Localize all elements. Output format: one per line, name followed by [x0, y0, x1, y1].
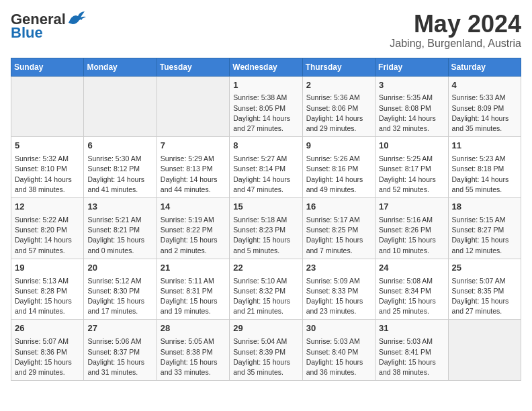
day-number: 8 — [233, 140, 298, 152]
day-number: 15 — [233, 201, 298, 214]
day-info: Sunrise: 5:27 AM Sunset: 8:14 PM Dayligh… — [233, 154, 298, 195]
calendar-cell — [157, 76, 229, 137]
day-info: Sunrise: 5:11 AM Sunset: 8:31 PM Dayligh… — [161, 276, 226, 317]
day-number: 31 — [379, 322, 444, 335]
calendar-cell: 19Sunrise: 5:13 AM Sunset: 8:28 PM Dayli… — [11, 259, 84, 320]
day-number: 17 — [379, 201, 444, 214]
calendar-cell: 21Sunrise: 5:11 AM Sunset: 8:31 PM Dayli… — [157, 259, 229, 320]
day-info: Sunrise: 5:36 AM Sunset: 8:06 PM Dayligh… — [306, 93, 371, 134]
day-number: 28 — [161, 322, 226, 335]
calendar-cell: 10Sunrise: 5:25 AM Sunset: 8:17 PM Dayli… — [375, 137, 448, 198]
day-info: Sunrise: 5:23 AM Sunset: 8:18 PM Dayligh… — [452, 154, 517, 195]
calendar-cell — [84, 76, 157, 137]
day-info: Sunrise: 5:21 AM Sunset: 8:21 PM Dayligh… — [87, 215, 152, 256]
calendar-cell: 26Sunrise: 5:07 AM Sunset: 8:36 PM Dayli… — [11, 320, 84, 381]
calendar-cell: 28Sunrise: 5:05 AM Sunset: 8:38 PM Dayli… — [157, 320, 229, 381]
weekday-header-row: SundayMondayTuesdayWednesdayThursdayFrid… — [11, 58, 521, 76]
calendar-week-row: 5Sunrise: 5:32 AM Sunset: 8:10 PM Daylig… — [11, 137, 521, 198]
weekday-header-wednesday: Wednesday — [230, 58, 302, 76]
weekday-header-friday: Friday — [375, 58, 448, 76]
calendar-cell: 15Sunrise: 5:18 AM Sunset: 8:23 PM Dayli… — [230, 198, 302, 259]
calendar-week-row: 19Sunrise: 5:13 AM Sunset: 8:28 PM Dayli… — [11, 259, 521, 320]
calendar-cell: 12Sunrise: 5:22 AM Sunset: 8:20 PM Dayli… — [11, 198, 84, 259]
weekday-header-monday: Monday — [84, 58, 157, 76]
day-info: Sunrise: 5:15 AM Sunset: 8:27 PM Dayligh… — [452, 215, 517, 256]
day-info: Sunrise: 5:07 AM Sunset: 8:36 PM Dayligh… — [15, 336, 80, 377]
weekday-header-sunday: Sunday — [11, 58, 84, 76]
calendar-cell: 2Sunrise: 5:36 AM Sunset: 8:06 PM Daylig… — [302, 76, 375, 137]
calendar-cell: 14Sunrise: 5:19 AM Sunset: 8:22 PM Dayli… — [157, 198, 229, 259]
day-number: 2 — [306, 79, 371, 92]
month-title: May 2024 — [390, 11, 521, 38]
day-number: 21 — [161, 262, 226, 275]
day-number: 9 — [306, 140, 371, 152]
calendar-week-row: 12Sunrise: 5:22 AM Sunset: 8:20 PM Dayli… — [11, 198, 521, 259]
day-number: 6 — [87, 140, 152, 152]
day-number: 22 — [233, 262, 298, 275]
day-number: 20 — [87, 262, 152, 275]
day-info: Sunrise: 5:30 AM Sunset: 8:12 PM Dayligh… — [87, 154, 152, 195]
day-info: Sunrise: 5:29 AM Sunset: 8:13 PM Dayligh… — [161, 154, 226, 195]
day-info: Sunrise: 5:38 AM Sunset: 8:05 PM Dayligh… — [233, 93, 298, 134]
calendar-cell: 16Sunrise: 5:17 AM Sunset: 8:25 PM Dayli… — [302, 198, 375, 259]
calendar-cell: 11Sunrise: 5:23 AM Sunset: 8:18 PM Dayli… — [448, 137, 521, 198]
day-info: Sunrise: 5:04 AM Sunset: 8:39 PM Dayligh… — [233, 336, 298, 377]
logo-bird-icon — [67, 11, 87, 26]
calendar-cell: 22Sunrise: 5:10 AM Sunset: 8:32 PM Dayli… — [230, 259, 302, 320]
day-info: Sunrise: 5:32 AM Sunset: 8:10 PM Dayligh… — [15, 154, 80, 195]
calendar-table: SundayMondayTuesdayWednesdayThursdayFrid… — [11, 58, 521, 381]
location-title: Jabing, Burgenland, Austria — [390, 38, 521, 50]
calendar-cell: 5Sunrise: 5:32 AM Sunset: 8:10 PM Daylig… — [11, 137, 84, 198]
calendar-cell: 13Sunrise: 5:21 AM Sunset: 8:21 PM Dayli… — [84, 198, 157, 259]
title-block: May 2024 Jabing, Burgenland, Austria — [390, 11, 521, 50]
day-info: Sunrise: 5:03 AM Sunset: 8:40 PM Dayligh… — [306, 336, 371, 377]
calendar-week-row: 1Sunrise: 5:38 AM Sunset: 8:05 PM Daylig… — [11, 76, 521, 137]
calendar-cell: 8Sunrise: 5:27 AM Sunset: 8:14 PM Daylig… — [230, 137, 302, 198]
day-info: Sunrise: 5:08 AM Sunset: 8:34 PM Dayligh… — [379, 276, 444, 317]
day-number: 10 — [379, 140, 444, 152]
day-number: 4 — [452, 79, 517, 92]
calendar-cell: 17Sunrise: 5:16 AM Sunset: 8:26 PM Dayli… — [375, 198, 448, 259]
day-number: 1 — [233, 79, 298, 92]
calendar-cell: 31Sunrise: 5:03 AM Sunset: 8:41 PM Dayli… — [375, 320, 448, 381]
page-header: General Blue May 2024 Jabing, Burgenland… — [11, 11, 521, 50]
day-number: 24 — [379, 262, 444, 275]
day-info: Sunrise: 5:07 AM Sunset: 8:35 PM Dayligh… — [452, 276, 517, 317]
day-number: 18 — [452, 201, 517, 214]
calendar-cell: 25Sunrise: 5:07 AM Sunset: 8:35 PM Dayli… — [448, 259, 521, 320]
day-info: Sunrise: 5:35 AM Sunset: 8:08 PM Dayligh… — [379, 93, 444, 134]
day-info: Sunrise: 5:12 AM Sunset: 8:30 PM Dayligh… — [87, 276, 152, 317]
day-number: 7 — [161, 140, 226, 152]
day-info: Sunrise: 5:13 AM Sunset: 8:28 PM Dayligh… — [15, 276, 80, 317]
calendar-cell: 27Sunrise: 5:06 AM Sunset: 8:37 PM Dayli… — [84, 320, 157, 381]
day-number: 25 — [452, 262, 517, 275]
weekday-header-tuesday: Tuesday — [157, 58, 229, 76]
day-number: 19 — [15, 262, 80, 275]
calendar-cell: 20Sunrise: 5:12 AM Sunset: 8:30 PM Dayli… — [84, 259, 157, 320]
calendar-cell: 29Sunrise: 5:04 AM Sunset: 8:39 PM Dayli… — [230, 320, 302, 381]
day-info: Sunrise: 5:03 AM Sunset: 8:41 PM Dayligh… — [379, 336, 444, 377]
logo: General Blue — [11, 11, 87, 42]
day-number: 27 — [87, 322, 152, 335]
day-info: Sunrise: 5:19 AM Sunset: 8:22 PM Dayligh… — [161, 215, 226, 256]
calendar-week-row: 26Sunrise: 5:07 AM Sunset: 8:36 PM Dayli… — [11, 320, 521, 381]
day-info: Sunrise: 5:33 AM Sunset: 8:09 PM Dayligh… — [452, 93, 517, 134]
day-number: 29 — [233, 322, 298, 335]
day-number: 23 — [306, 262, 371, 275]
day-number: 16 — [306, 201, 371, 214]
day-number: 12 — [15, 201, 80, 214]
calendar-cell: 30Sunrise: 5:03 AM Sunset: 8:40 PM Dayli… — [302, 320, 375, 381]
calendar-cell: 6Sunrise: 5:30 AM Sunset: 8:12 PM Daylig… — [84, 137, 157, 198]
calendar-cell: 3Sunrise: 5:35 AM Sunset: 8:08 PM Daylig… — [375, 76, 448, 137]
calendar-cell: 4Sunrise: 5:33 AM Sunset: 8:09 PM Daylig… — [448, 76, 521, 137]
day-info: Sunrise: 5:26 AM Sunset: 8:16 PM Dayligh… — [306, 154, 371, 195]
day-info: Sunrise: 5:17 AM Sunset: 8:25 PM Dayligh… — [306, 215, 371, 256]
calendar-cell: 23Sunrise: 5:09 AM Sunset: 8:33 PM Dayli… — [302, 259, 375, 320]
day-number: 13 — [87, 201, 152, 214]
day-number: 30 — [306, 322, 371, 335]
day-number: 14 — [161, 201, 226, 214]
day-info: Sunrise: 5:16 AM Sunset: 8:26 PM Dayligh… — [379, 215, 444, 256]
calendar-cell — [448, 320, 521, 381]
calendar-cell: 24Sunrise: 5:08 AM Sunset: 8:34 PM Dayli… — [375, 259, 448, 320]
calendar-cell: 9Sunrise: 5:26 AM Sunset: 8:16 PM Daylig… — [302, 137, 375, 198]
